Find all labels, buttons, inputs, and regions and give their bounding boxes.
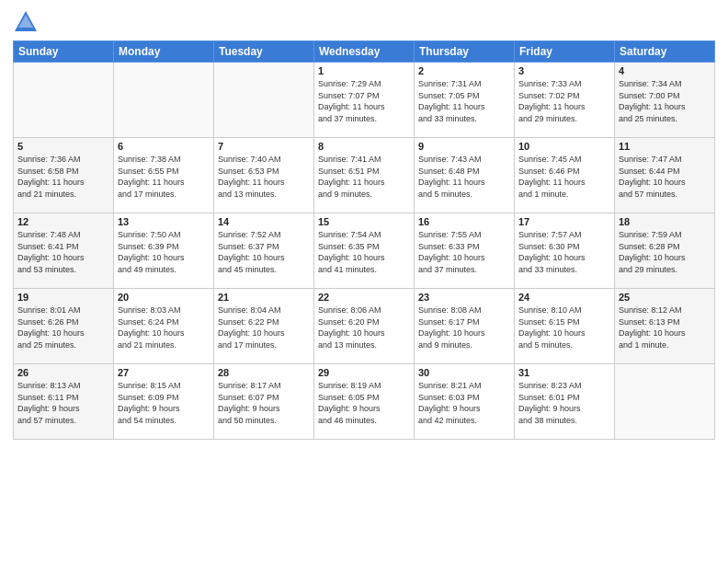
day-number: 16 xyxy=(418,216,510,227)
day-number: 3 xyxy=(518,65,610,76)
day-cell: 19Sunrise: 8:01 AM Sunset: 6:26 PM Dayli… xyxy=(14,289,114,364)
day-number: 17 xyxy=(518,216,610,227)
day-cell: 11Sunrise: 7:47 AM Sunset: 6:44 PM Dayli… xyxy=(615,138,715,213)
weekday-header-tuesday: Tuesday xyxy=(214,41,314,63)
day-cell: 30Sunrise: 8:21 AM Sunset: 6:03 PM Dayli… xyxy=(415,364,515,440)
day-cell: 29Sunrise: 8:19 AM Sunset: 6:05 PM Dayli… xyxy=(314,364,415,440)
day-cell: 4Sunrise: 7:34 AM Sunset: 7:00 PM Daylig… xyxy=(615,63,715,138)
weekday-header-row: SundayMondayTuesdayWednesdayThursdayFrid… xyxy=(14,41,715,63)
day-number: 20 xyxy=(118,292,210,303)
day-info: Sunrise: 7:59 AM Sunset: 6:28 PM Dayligh… xyxy=(619,229,711,275)
day-info: Sunrise: 7:55 AM Sunset: 6:33 PM Dayligh… xyxy=(418,229,510,275)
day-cell: 8Sunrise: 7:41 AM Sunset: 6:51 PM Daylig… xyxy=(314,138,415,213)
day-number: 4 xyxy=(619,65,711,76)
week-row-3: 12Sunrise: 7:48 AM Sunset: 6:41 PM Dayli… xyxy=(14,213,715,289)
day-cell: 15Sunrise: 7:54 AM Sunset: 6:35 PM Dayli… xyxy=(314,213,415,289)
day-number: 22 xyxy=(318,292,410,303)
day-info: Sunrise: 7:34 AM Sunset: 7:00 PM Dayligh… xyxy=(619,78,711,124)
day-info: Sunrise: 7:41 AM Sunset: 6:51 PM Dayligh… xyxy=(318,154,410,200)
day-number: 24 xyxy=(518,292,610,303)
day-info: Sunrise: 8:13 AM Sunset: 6:11 PM Dayligh… xyxy=(17,380,109,426)
day-number: 11 xyxy=(619,141,711,152)
week-row-2: 5Sunrise: 7:36 AM Sunset: 6:58 PM Daylig… xyxy=(14,138,715,213)
day-cell xyxy=(114,63,214,138)
day-cell: 9Sunrise: 7:43 AM Sunset: 6:48 PM Daylig… xyxy=(415,138,515,213)
day-cell: 31Sunrise: 8:23 AM Sunset: 6:01 PM Dayli… xyxy=(515,364,615,440)
day-info: Sunrise: 8:17 AM Sunset: 6:07 PM Dayligh… xyxy=(218,380,310,426)
day-cell: 7Sunrise: 7:40 AM Sunset: 6:53 PM Daylig… xyxy=(214,138,314,213)
day-info: Sunrise: 7:54 AM Sunset: 6:35 PM Dayligh… xyxy=(318,229,410,275)
day-number: 29 xyxy=(318,367,410,378)
day-info: Sunrise: 8:03 AM Sunset: 6:24 PM Dayligh… xyxy=(118,304,210,350)
day-info: Sunrise: 7:47 AM Sunset: 6:44 PM Dayligh… xyxy=(619,154,711,200)
day-cell: 28Sunrise: 8:17 AM Sunset: 6:07 PM Dayli… xyxy=(214,364,314,440)
weekday-header-thursday: Thursday xyxy=(415,41,515,63)
weekday-header-wednesday: Wednesday xyxy=(314,41,415,63)
day-number: 30 xyxy=(418,367,510,378)
day-number: 5 xyxy=(17,141,109,152)
day-info: Sunrise: 8:15 AM Sunset: 6:09 PM Dayligh… xyxy=(118,380,210,426)
logo-icon xyxy=(13,9,39,35)
day-info: Sunrise: 7:36 AM Sunset: 6:58 PM Dayligh… xyxy=(17,154,109,200)
page: SundayMondayTuesdayWednesdayThursdayFrid… xyxy=(0,0,728,563)
day-number: 31 xyxy=(518,367,610,378)
day-info: Sunrise: 7:40 AM Sunset: 6:53 PM Dayligh… xyxy=(218,154,310,200)
week-row-1: 1Sunrise: 7:29 AM Sunset: 7:07 PM Daylig… xyxy=(14,63,715,138)
day-cell: 2Sunrise: 7:31 AM Sunset: 7:05 PM Daylig… xyxy=(415,63,515,138)
header xyxy=(13,9,715,35)
week-row-4: 19Sunrise: 8:01 AM Sunset: 6:26 PM Dayli… xyxy=(14,289,715,364)
day-number: 13 xyxy=(118,216,210,227)
logo xyxy=(13,9,42,35)
day-cell xyxy=(615,364,715,440)
weekday-header-sunday: Sunday xyxy=(14,41,114,63)
day-info: Sunrise: 8:21 AM Sunset: 6:03 PM Dayligh… xyxy=(418,380,510,426)
day-number: 6 xyxy=(118,141,210,152)
day-cell: 12Sunrise: 7:48 AM Sunset: 6:41 PM Dayli… xyxy=(14,213,114,289)
day-number: 7 xyxy=(218,141,310,152)
day-number: 23 xyxy=(418,292,510,303)
day-number: 2 xyxy=(418,65,510,76)
day-info: Sunrise: 7:43 AM Sunset: 6:48 PM Dayligh… xyxy=(418,154,510,200)
day-number: 25 xyxy=(619,292,711,303)
day-info: Sunrise: 7:50 AM Sunset: 6:39 PM Dayligh… xyxy=(118,229,210,275)
calendar: SundayMondayTuesdayWednesdayThursdayFrid… xyxy=(13,40,715,440)
day-info: Sunrise: 8:01 AM Sunset: 6:26 PM Dayligh… xyxy=(17,304,109,350)
day-number: 14 xyxy=(218,216,310,227)
day-cell: 6Sunrise: 7:38 AM Sunset: 6:55 PM Daylig… xyxy=(114,138,214,213)
week-row-5: 26Sunrise: 8:13 AM Sunset: 6:11 PM Dayli… xyxy=(14,364,715,440)
day-info: Sunrise: 8:08 AM Sunset: 6:17 PM Dayligh… xyxy=(418,304,510,350)
weekday-header-saturday: Saturday xyxy=(615,41,715,63)
day-cell: 5Sunrise: 7:36 AM Sunset: 6:58 PM Daylig… xyxy=(14,138,114,213)
day-cell xyxy=(14,63,114,138)
day-info: Sunrise: 7:45 AM Sunset: 6:46 PM Dayligh… xyxy=(518,154,610,200)
day-cell: 18Sunrise: 7:59 AM Sunset: 6:28 PM Dayli… xyxy=(615,213,715,289)
day-number: 10 xyxy=(518,141,610,152)
day-info: Sunrise: 8:04 AM Sunset: 6:22 PM Dayligh… xyxy=(218,304,310,350)
day-info: Sunrise: 7:57 AM Sunset: 6:30 PM Dayligh… xyxy=(518,229,610,275)
day-cell: 25Sunrise: 8:12 AM Sunset: 6:13 PM Dayli… xyxy=(615,289,715,364)
day-cell: 21Sunrise: 8:04 AM Sunset: 6:22 PM Dayli… xyxy=(214,289,314,364)
day-info: Sunrise: 7:31 AM Sunset: 7:05 PM Dayligh… xyxy=(418,78,510,124)
day-number: 26 xyxy=(17,367,109,378)
day-info: Sunrise: 7:38 AM Sunset: 6:55 PM Dayligh… xyxy=(118,154,210,200)
day-cell: 26Sunrise: 8:13 AM Sunset: 6:11 PM Dayli… xyxy=(14,364,114,440)
day-number: 8 xyxy=(318,141,410,152)
day-cell: 22Sunrise: 8:06 AM Sunset: 6:20 PM Dayli… xyxy=(314,289,415,364)
day-number: 18 xyxy=(619,216,711,227)
day-number: 27 xyxy=(118,367,210,378)
day-info: Sunrise: 7:48 AM Sunset: 6:41 PM Dayligh… xyxy=(17,229,109,275)
day-info: Sunrise: 8:23 AM Sunset: 6:01 PM Dayligh… xyxy=(518,380,610,426)
day-cell: 3Sunrise: 7:33 AM Sunset: 7:02 PM Daylig… xyxy=(515,63,615,138)
day-cell: 16Sunrise: 7:55 AM Sunset: 6:33 PM Dayli… xyxy=(415,213,515,289)
day-info: Sunrise: 8:10 AM Sunset: 6:15 PM Dayligh… xyxy=(518,304,610,350)
day-info: Sunrise: 8:12 AM Sunset: 6:13 PM Dayligh… xyxy=(619,304,711,350)
day-number: 9 xyxy=(418,141,510,152)
day-info: Sunrise: 8:06 AM Sunset: 6:20 PM Dayligh… xyxy=(318,304,410,350)
day-cell: 1Sunrise: 7:29 AM Sunset: 7:07 PM Daylig… xyxy=(314,63,415,138)
day-number: 21 xyxy=(218,292,310,303)
day-number: 28 xyxy=(218,367,310,378)
weekday-header-friday: Friday xyxy=(515,41,615,63)
day-cell: 17Sunrise: 7:57 AM Sunset: 6:30 PM Dayli… xyxy=(515,213,615,289)
day-number: 12 xyxy=(17,216,109,227)
day-cell: 14Sunrise: 7:52 AM Sunset: 6:37 PM Dayli… xyxy=(214,213,314,289)
